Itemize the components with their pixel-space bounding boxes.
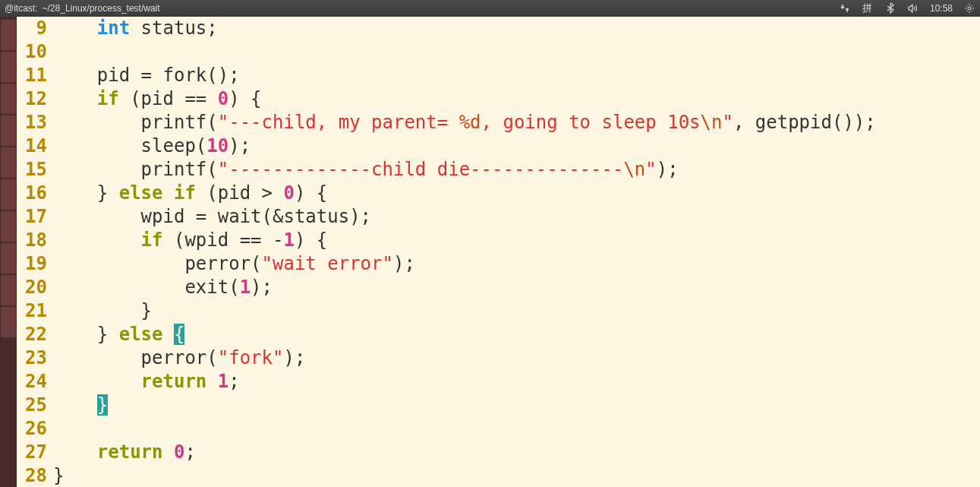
code-token: 0 [174, 441, 184, 463]
code-token: } [53, 300, 152, 321]
launcher-item[interactable] [1, 52, 16, 82]
launcher-item[interactable] [1, 179, 16, 210]
code-token [53, 88, 97, 109]
code-line[interactable]: return 1; [53, 370, 980, 394]
code-token: " [645, 159, 656, 180]
code-token: "---child, my parent= [218, 112, 459, 133]
launcher-item[interactable] [1, 275, 16, 305]
code-token: "fork" [218, 347, 284, 368]
line-number: 27 [17, 441, 47, 464]
code-line[interactable]: sleep(10); [53, 134, 980, 158]
launcher-item[interactable] [1, 115, 16, 146]
code-line[interactable]: if (pid == 0) { [53, 87, 980, 111]
launcher-item[interactable] [1, 147, 16, 178]
code-line[interactable]: perror("fork"); [53, 346, 980, 370]
code-line[interactable]: int status; [53, 17, 980, 40]
bluetooth-icon[interactable] [884, 2, 896, 14]
code-token: 10 [206, 135, 228, 157]
launcher-item[interactable] [1, 243, 16, 274]
gear-icon[interactable] [963, 2, 975, 14]
code-token: ; [184, 441, 195, 463]
code-token [163, 182, 174, 204]
code-token [53, 229, 141, 251]
code-line[interactable]: if (wpid == -1) { [53, 229, 980, 252]
code-token: perror( [53, 253, 262, 274]
code-token: (wpid == - [163, 229, 284, 251]
code-line[interactable] [53, 417, 980, 441]
code-token: 0 [283, 182, 294, 204]
line-number: 14 [17, 134, 47, 158]
code-line[interactable]: exit(1); [53, 276, 980, 299]
code-line[interactable]: printf("-------------child die----------… [53, 158, 980, 182]
code-token: pid = fork(); [53, 65, 240, 86]
code-token: ) { [295, 182, 327, 204]
code-token [163, 441, 174, 463]
launcher-item[interactable] [1, 20, 16, 50]
code-token: ); [251, 277, 273, 298]
code-token: "wait error" [262, 253, 393, 274]
code-line[interactable]: printf("---child, my parent= %d, going t… [53, 111, 980, 134]
launcher-item[interactable] [1, 211, 16, 242]
code-token: " [722, 112, 733, 133]
code-token: return [141, 371, 207, 392]
code-line[interactable]: } [53, 394, 980, 417]
code-token: wpid = wait(&status); [53, 206, 371, 227]
code-line[interactable]: } [53, 299, 980, 323]
line-number: 11 [17, 64, 47, 87]
code-token: } [97, 394, 108, 416]
code-line[interactable]: } [53, 464, 980, 487]
line-number-gutter: 910111213141516171819202122232425262728 [17, 17, 53, 487]
launcher-item[interactable] [1, 84, 16, 114]
code-token: return [97, 441, 163, 463]
line-number: 16 [17, 182, 47, 205]
code-token: sleep( [53, 135, 206, 157]
code-token: int [97, 17, 130, 39]
code-token: %d [459, 112, 481, 133]
line-number: 13 [17, 111, 47, 134]
code-line[interactable]: wpid = wait(&status); [53, 205, 980, 229]
code-line[interactable]: pid = fork(); [53, 64, 980, 87]
code-area[interactable]: int status; pid = fork(); if (pid == 0) … [53, 17, 980, 487]
line-number: 9 [17, 17, 47, 40]
code-token [53, 394, 97, 416]
window-title-prefix: @itcast: [5, 3, 38, 14]
code-line[interactable]: return 0; [53, 441, 980, 464]
code-line[interactable] [53, 40, 980, 64]
editor-wrap: 910111213141516171819202122232425262728 … [0, 17, 980, 487]
line-number: 15 [17, 158, 47, 182]
launcher-bar [0, 17, 17, 487]
code-token: exit( [53, 277, 240, 298]
code-token: (pid == [119, 88, 218, 109]
code-token: \n [623, 159, 645, 180]
line-number: 24 [17, 370, 47, 394]
volume-icon[interactable] [907, 2, 919, 14]
code-token: printf( [53, 112, 218, 133]
code-token: 1 [240, 277, 251, 298]
code-token: printf( [53, 159, 218, 180]
code-token: ); [657, 159, 679, 180]
line-number: 20 [17, 276, 47, 299]
code-token: ); [228, 135, 251, 157]
code-token: else [119, 182, 163, 204]
code-token: } [53, 182, 119, 204]
code-line[interactable]: } else if (pid > 0) { [53, 182, 980, 205]
code-token: "-------------child die-------------- [218, 159, 624, 180]
svg-point-0 [968, 7, 971, 10]
code-token [53, 17, 97, 39]
code-token: , getppid()); [733, 112, 876, 133]
code-line[interactable]: perror("wait error"); [53, 252, 980, 276]
line-number: 18 [17, 229, 47, 252]
code-token [53, 371, 141, 392]
code-token: if [97, 88, 119, 109]
line-number: 22 [17, 323, 47, 346]
code-line[interactable]: } else { [53, 323, 980, 346]
code-token [163, 324, 174, 345]
clock[interactable]: 10:58 [930, 3, 953, 14]
code-token: status; [130, 17, 218, 39]
ime-icon[interactable]: 拼 [862, 2, 874, 14]
network-icon[interactable] [839, 2, 851, 14]
code-token: } [53, 324, 119, 345]
menubar-right: 拼 10:58 [839, 2, 975, 14]
launcher-item[interactable] [1, 307, 16, 337]
code-token: else [119, 324, 163, 345]
